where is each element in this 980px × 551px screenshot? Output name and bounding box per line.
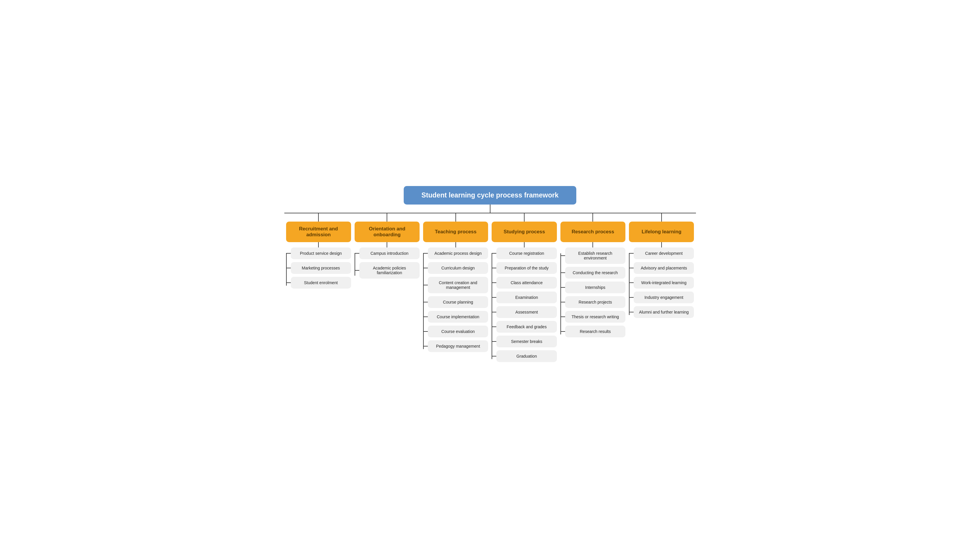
item-box-studying-3: Examination [496, 292, 557, 303]
top-connector-research [592, 213, 593, 222]
cat-connector-studying [524, 242, 525, 248]
list-item: Course implementation [428, 311, 488, 323]
item-box-teaching-4: Course implementation [428, 311, 488, 323]
items-list-orientation: Campus introductionAcademic policies fam… [355, 248, 420, 281]
top-connector-recruitment [318, 213, 319, 222]
list-item: Campus introduction [359, 248, 420, 259]
diagram-container: Student learning cycle process framework… [284, 186, 696, 365]
top-connector-teaching [455, 213, 456, 222]
list-item: Internships [565, 281, 625, 293]
column-lifelong: Lifelong learningCareer developmentAdvis… [627, 213, 696, 321]
list-item: Industry engagement [634, 292, 694, 303]
item-box-research-0: Establish research environment [565, 248, 625, 264]
list-item: Course registration [496, 248, 557, 259]
column-research: Research processEstablish research envir… [558, 213, 627, 340]
items-list-recruitment: Product service designMarketing processe… [286, 248, 351, 292]
item-box-research-1: Conducting the research [565, 267, 625, 279]
list-item: Assessment [496, 306, 557, 318]
item-box-research-2: Internships [565, 281, 625, 293]
item-box-lifelong-2: Work-integrated learning [634, 277, 694, 289]
items-list-lifelong: Career developmentAdvisory and placement… [629, 248, 694, 321]
item-box-orientation-1: Academic policies familiarization [359, 262, 420, 279]
item-box-teaching-0: Academic process design [428, 248, 488, 259]
list-item: Alumni and further learning [634, 306, 694, 318]
list-item: Marketing processes [291, 262, 351, 274]
item-box-studying-5: Feedback and grades [496, 321, 557, 333]
items-list-studying: Course registrationPreparation of the st… [492, 248, 557, 365]
list-item: Curriculum design [428, 262, 488, 274]
title-connector [490, 205, 490, 213]
list-item: Research projects [565, 296, 625, 308]
item-box-lifelong-4: Alumni and further learning [634, 306, 694, 318]
list-item: Content creation and management [428, 277, 488, 293]
list-item: Advisory and placements [634, 262, 694, 274]
item-box-teaching-3: Course planning [428, 296, 488, 308]
list-item: Class attendance [496, 277, 557, 289]
list-item: Examination [496, 292, 557, 303]
cat-connector-teaching [455, 242, 456, 248]
list-item: Work-integrated learning [634, 277, 694, 289]
cat-connector-orientation [387, 242, 387, 248]
category-research: Research process [560, 222, 625, 242]
item-box-teaching-6: Pedagogy management [428, 340, 488, 352]
list-item: Semester breaks [496, 336, 557, 347]
item-box-lifelong-0: Career development [634, 248, 694, 259]
list-item: Thesis or research writing [565, 311, 625, 323]
item-box-recruitment-2: Student enrolment [291, 277, 351, 289]
column-orientation: Orientation and onboardingCampus introdu… [353, 213, 422, 281]
item-box-teaching-2: Content creation and management [428, 277, 488, 293]
list-item: Career development [634, 248, 694, 259]
list-item: Conducting the research [565, 267, 625, 279]
item-box-studying-4: Assessment [496, 306, 557, 318]
item-box-studying-1: Preparation of the study [496, 262, 557, 274]
item-box-lifelong-3: Industry engagement [634, 292, 694, 303]
list-item: Establish research environment [565, 248, 625, 264]
list-item: Product service design [291, 248, 351, 259]
list-item: Academic policies familiarization [359, 262, 420, 279]
list-item: Feedback and grades [496, 321, 557, 333]
list-item: Graduation [496, 350, 557, 362]
item-box-research-4: Thesis or research writing [565, 311, 625, 323]
item-box-studying-7: Graduation [496, 350, 557, 362]
item-box-teaching-5: Course evaluation [428, 326, 488, 337]
item-box-recruitment-1: Marketing processes [291, 262, 351, 274]
category-studying: Studying process [492, 222, 557, 242]
item-box-teaching-1: Curriculum design [428, 262, 488, 274]
item-box-studying-6: Semester breaks [496, 336, 557, 347]
top-connector-orientation [387, 213, 387, 222]
item-box-recruitment-0: Product service design [291, 248, 351, 259]
column-recruitment: Recruitment and admissionProduct service… [284, 213, 353, 292]
list-item: Preparation of the study [496, 262, 557, 274]
list-item: Student enrolment [291, 277, 351, 289]
top-connector-studying [524, 213, 525, 222]
list-item: Course planning [428, 296, 488, 308]
top-connector-lifelong [661, 213, 662, 222]
category-recruitment: Recruitment and admission [286, 222, 351, 242]
item-box-research-3: Research projects [565, 296, 625, 308]
column-teaching: Teaching processAcademic process designC… [422, 213, 490, 355]
columns-area: Recruitment and admissionProduct service… [284, 213, 696, 365]
list-item: Pedagogy management [428, 340, 488, 352]
cat-connector-recruitment [318, 242, 319, 248]
category-lifelong: Lifelong learning [629, 222, 694, 242]
item-box-studying-2: Class attendance [496, 277, 557, 289]
list-item: Course evaluation [428, 326, 488, 337]
item-box-orientation-0: Campus introduction [359, 248, 420, 259]
items-list-research: Establish research environmentConducting… [560, 248, 625, 340]
items-list-teaching: Academic process designCurriculum design… [423, 248, 488, 355]
item-box-studying-0: Course registration [496, 248, 557, 259]
diagram-title: Student learning cycle process framework [404, 186, 576, 205]
category-teaching: Teaching process [423, 222, 488, 242]
item-box-research-5: Research results [565, 326, 625, 337]
category-orientation: Orientation and onboarding [355, 222, 420, 242]
cat-connector-research [592, 242, 593, 248]
list-item: Research results [565, 326, 625, 337]
item-box-lifelong-1: Advisory and placements [634, 262, 694, 274]
column-studying: Studying processCourse registrationPrepa… [490, 213, 558, 365]
list-item: Academic process design [428, 248, 488, 259]
cat-connector-lifelong [661, 242, 662, 248]
